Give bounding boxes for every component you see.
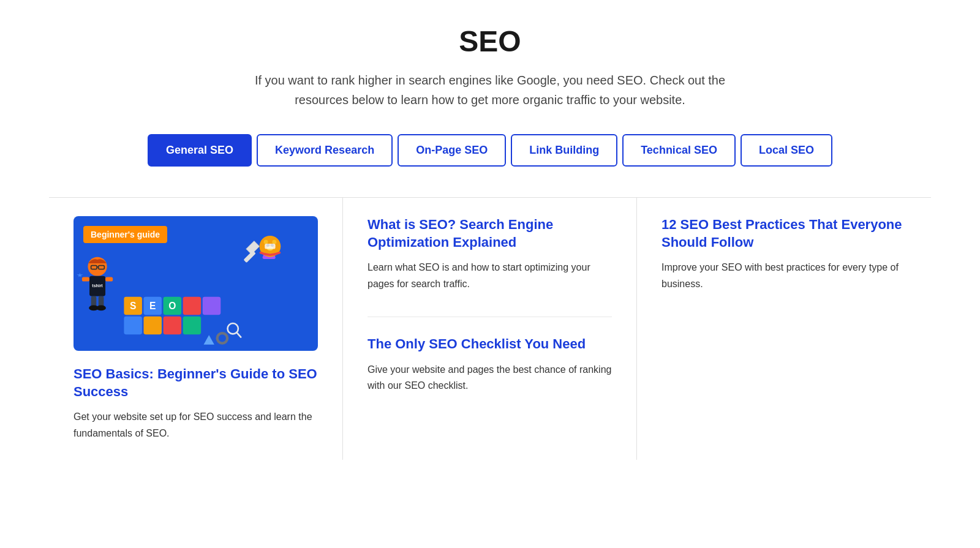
svg-rect-33 — [164, 317, 181, 334]
article-desc-3: Improve your SEO with best practices for… — [662, 260, 907, 292]
page-title: SEO — [49, 24, 931, 58]
page-description: If you want to rank higher in search eng… — [227, 70, 753, 110]
column-middle: What is SEO? Search Engine Optimization … — [343, 198, 637, 460]
featured-article-title[interactable]: SEO Basics: Beginner's Guide to SEO Succ… — [74, 366, 318, 400]
header-section: SEO If you want to rank higher in search… — [49, 24, 931, 110]
column-divider — [368, 317, 612, 317]
column-right: 12 SEO Best Practices That Everyone Shou… — [637, 198, 931, 460]
svg-rect-19 — [82, 277, 89, 282]
svg-point-8 — [272, 240, 276, 244]
article-title-2[interactable]: The Only SEO Checklist You Need — [368, 336, 612, 353]
svg-rect-12 — [265, 244, 275, 249]
content-grid: Beginner's guide — [49, 197, 931, 460]
svg-rect-20 — [105, 277, 113, 282]
article-title-3[interactable]: 12 SEO Best Practices That Everyone Shou… — [662, 216, 907, 251]
article-entry-1: What is SEO? Search Engine Optimization … — [368, 216, 612, 292]
column-featured: Beginner's guide — [49, 198, 343, 460]
article-title-1[interactable]: What is SEO? Search Engine Optimization … — [368, 216, 612, 251]
tab-local-seo[interactable]: Local SEO — [741, 134, 832, 167]
svg-text:tshirt: tshirt — [92, 283, 103, 288]
article-desc-1: Learn what SEO is and how to start optim… — [368, 260, 612, 292]
svg-text:O: O — [168, 301, 176, 311]
svg-point-7 — [264, 240, 268, 244]
tab-keyword-research[interactable]: Keyword Research — [257, 134, 393, 167]
article-entry-2: The Only SEO Checklist You Need Give you… — [368, 336, 612, 394]
article-entry-3: 12 SEO Best Practices That Everyone Shou… — [662, 216, 907, 292]
svg-rect-29 — [183, 297, 201, 315]
svg-rect-31 — [124, 317, 141, 334]
featured-image-wrapper: Beginner's guide — [74, 216, 318, 351]
svg-point-40 — [219, 334, 226, 342]
svg-text:S: S — [130, 301, 136, 311]
tab-general-seo[interactable]: General SEO — [148, 134, 252, 167]
svg-text:E: E — [149, 301, 156, 311]
svg-rect-30 — [203, 297, 221, 315]
tabs-section: General SEO Keyword Research On-Page SEO… — [49, 134, 931, 167]
tab-link-building[interactable]: Link Building — [511, 134, 617, 167]
beginner-badge: Beginner's guide — [83, 226, 167, 243]
featured-article-desc: Get your website set up for SEO success … — [74, 409, 318, 441]
tab-on-page-seo[interactable]: On-Page SEO — [398, 134, 506, 167]
svg-rect-32 — [143, 317, 161, 334]
svg-point-25 — [96, 306, 106, 311]
tab-technical-seo[interactable]: Technical SEO — [622, 134, 736, 167]
featured-image: Beginner's guide — [74, 216, 318, 351]
svg-rect-34 — [183, 317, 201, 334]
article-desc-2: Give your website and pages the best cha… — [368, 362, 612, 394]
